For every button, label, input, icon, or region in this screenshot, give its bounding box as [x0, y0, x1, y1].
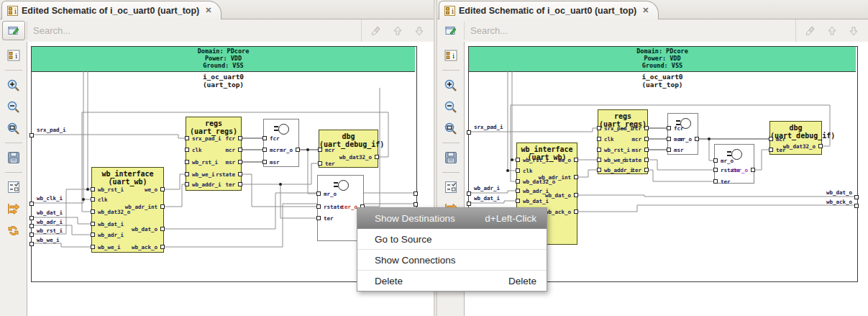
options-icon[interactable] — [442, 178, 460, 197]
schematic-pin[interactable] — [29, 233, 34, 237]
port-label[interactable]: wb_dat_i — [98, 221, 124, 227]
port-label[interactable]: wb_rst_i — [192, 159, 218, 166]
port-label[interactable]: srx_pad_i — [604, 125, 634, 132]
block-dbg[interactable]: dbg (uart_debug_if) mcr ter wb_dat32_o — [319, 130, 378, 168]
port-label[interactable]: wb_adr_int — [539, 174, 571, 181]
schematic-pin[interactable] — [414, 202, 418, 207]
port-label[interactable]: wb_ack_o — [132, 244, 157, 250]
zoom-fit-icon[interactable] — [4, 119, 23, 137]
selected-port-label[interactable]: ter_o — [341, 204, 357, 210]
schematic-pin[interactable] — [29, 216, 34, 220]
port-label[interactable]: wb_adr_i — [98, 232, 124, 238]
port-label[interactable]: mr_o — [324, 191, 337, 197]
edge-pin-label[interactable]: wb_dat_o — [826, 189, 852, 196]
menu-item-delete[interactable]: Delete Delete — [357, 271, 547, 291]
port-label[interactable]: clk — [604, 136, 614, 143]
block-dbg[interactable]: dbg (uart_debug_if) mcr ter wb_dat32_o — [769, 121, 822, 155]
selected-port-label[interactable]: ter_o — [731, 167, 748, 173]
port-label[interactable]: mr_o — [679, 136, 692, 143]
edge-pin-label[interactable]: srx_pad_i — [37, 127, 66, 133]
schematic-source-icon[interactable]: i — [4, 46, 23, 65]
block-gate-mr[interactable]: fcr mcr msr mr_o — [263, 119, 299, 167]
port-label[interactable]: ter — [325, 161, 335, 167]
edge-pin-label[interactable]: wb_ack_o — [826, 199, 852, 205]
port-label[interactable]: clk — [192, 147, 202, 153]
options-icon[interactable] — [4, 178, 23, 197]
fanout-trace-icon[interactable] — [4, 199, 23, 218]
port-label[interactable]: srx_pad_i — [192, 135, 221, 142]
port-label[interactable]: msr — [631, 147, 641, 153]
port-label[interactable]: mcr — [776, 136, 786, 143]
port-label[interactable]: wb_dat_o — [132, 226, 157, 233]
port-label[interactable]: msr — [225, 159, 235, 166]
schematic-pin[interactable] — [854, 204, 859, 208]
block-wb-interface[interactable]: wb_interface (uart_wb) wb_rst_i clk wb_d… — [91, 167, 164, 253]
port-label[interactable]: rstate — [324, 204, 343, 210]
block-gate-mr[interactable]: fcr mcr msr mr_o — [667, 113, 698, 155]
arrow-down-icon[interactable] — [412, 24, 426, 38]
port-label[interactable]: msr — [674, 147, 684, 153]
broom-icon[interactable] — [369, 24, 383, 38]
port-label[interactable]: wb_dat32_o — [783, 143, 816, 150]
close-icon[interactable]: ✕ — [205, 6, 211, 15]
port-label[interactable]: ter — [324, 215, 334, 222]
save-icon[interactable] — [4, 148, 23, 167]
edge-pin-label[interactable]: srx_pad_i — [474, 124, 503, 130]
tab-edited-schematic[interactable]: i Edited Schematic of i_oc_uart0 (uart_t… — [439, 1, 659, 19]
schematic-pin[interactable] — [854, 195, 859, 199]
block-regs[interactable]: regs (uart_regs) srx_pad_i clk wb_rst_i … — [598, 109, 648, 174]
port-label[interactable]: mcr — [225, 147, 235, 153]
port-label[interactable]: mr_o — [280, 147, 293, 153]
block-regs[interactable]: regs (uart_regs) srx_pad_i clk wb_rst_i … — [186, 117, 242, 191]
zoom-out-icon[interactable] — [4, 97, 23, 116]
port-label[interactable]: mr_o — [721, 158, 734, 164]
search-input[interactable] — [464, 22, 795, 40]
broom-icon[interactable] — [803, 24, 818, 38]
close-icon[interactable]: ✕ — [642, 6, 649, 15]
schematic-pin[interactable] — [467, 191, 471, 196]
schematic-pin[interactable] — [29, 224, 34, 228]
edge-pin-label[interactable]: wb_dat_i — [37, 209, 63, 216]
arrow-down-icon[interactable] — [846, 24, 861, 38]
schematic-pin[interactable] — [29, 242, 34, 246]
arrow-up-icon[interactable] — [825, 24, 839, 38]
port-label[interactable]: fcr — [225, 135, 235, 142]
reload-icon[interactable] — [4, 221, 23, 240]
port-label[interactable]: wb_addr_i — [192, 181, 221, 188]
block-gate-ter[interactable]: mr_o rstate ter ter_o — [714, 144, 754, 184]
menu-item-show-connections[interactable]: Show Connections — [357, 250, 547, 271]
port-label[interactable]: clk — [98, 197, 108, 203]
schematic-pin[interactable] — [414, 191, 418, 196]
edge-pin-label[interactable]: wb_adr_i — [474, 185, 500, 191]
zoom-in-icon[interactable] — [442, 76, 460, 94]
port-label[interactable]: clk — [523, 168, 533, 174]
port-label[interactable]: ter — [225, 181, 235, 188]
port-label[interactable]: wb_rst_i — [98, 186, 124, 193]
port-label[interactable]: mcr — [631, 136, 641, 143]
port-label[interactable]: wb_addr_i — [604, 167, 634, 173]
menu-item-show-destinations[interactable]: Show Destinations d+Left-Click — [357, 208, 547, 229]
port-label[interactable]: mcr — [270, 147, 280, 153]
port-label[interactable]: ter — [631, 167, 641, 173]
save-icon[interactable] — [442, 148, 460, 167]
schematic-pin[interactable] — [467, 202, 471, 206]
port-label[interactable]: wb_dat_o — [545, 192, 571, 199]
port-label[interactable]: wb_adr_int — [125, 204, 157, 210]
port-label[interactable]: wb_ack_o — [545, 209, 571, 215]
port-label[interactable]: wb_dat32_o — [339, 154, 372, 161]
edge-pin-label[interactable]: wb_we_i — [37, 237, 60, 243]
port-label[interactable]: msr — [270, 159, 280, 166]
port-label[interactable]: wb_rst_i — [523, 157, 549, 163]
edge-pin-label[interactable]: wb_dat_i — [474, 195, 500, 202]
port-label[interactable]: mcr — [325, 147, 335, 153]
tab-edited-schematic[interactable]: i Edited Schematic of i_oc_uart0 (uart_t… — [1, 1, 221, 19]
schematic-pin[interactable] — [29, 133, 34, 137]
port-label[interactable]: we_o — [558, 157, 571, 163]
schematic-pin[interactable] — [467, 130, 471, 135]
menu-item-go-to-source[interactable]: Go to Source — [357, 229, 547, 250]
arrow-up-icon[interactable] — [390, 24, 405, 38]
port-label[interactable]: wb_dat_i — [523, 198, 549, 204]
schematic-source-icon[interactable]: i — [442, 46, 460, 65]
edge-pin-label[interactable]: wb_clk_i — [37, 195, 63, 202]
edit-search-icon[interactable] — [2, 21, 25, 40]
